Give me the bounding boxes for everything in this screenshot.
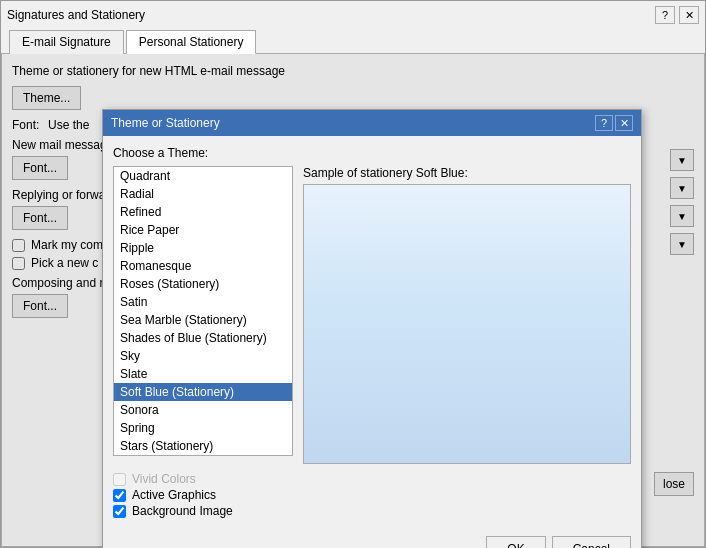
help-button[interactable]: ? bbox=[655, 6, 675, 24]
outer-window: Signatures and Stationery ? ✕ E-mail Sig… bbox=[0, 0, 706, 548]
list-item[interactable]: Sky bbox=[114, 347, 292, 365]
dialog-footer: OK Cancel bbox=[103, 528, 641, 548]
tab-email-signature[interactable]: E-mail Signature bbox=[9, 30, 124, 54]
choose-theme-label: Choose a Theme: bbox=[113, 146, 631, 160]
list-item[interactable]: Radial bbox=[114, 185, 292, 203]
close-button[interactable]: ✕ bbox=[679, 6, 699, 24]
dialog-help-button[interactable]: ? bbox=[595, 115, 613, 131]
vivid-colors-checkbox[interactable] bbox=[113, 473, 126, 486]
list-item[interactable]: Rice Paper bbox=[114, 221, 292, 239]
dialog-overlay: Theme or Stationery ? ✕ Choose a Theme: … bbox=[2, 54, 704, 546]
list-item[interactable]: Roses (Stationery) bbox=[114, 275, 292, 293]
tab-personal-stationery[interactable]: Personal Stationery bbox=[126, 30, 257, 54]
list-item[interactable]: Quadrant bbox=[114, 167, 292, 185]
active-graphics-checkbox[interactable] bbox=[113, 489, 126, 502]
background-image-label: Background Image bbox=[132, 504, 233, 518]
titlebar-buttons: ? ✕ bbox=[655, 6, 699, 24]
theme-list[interactable]: Orange Circles (Stationery)PapyrusPaw Pr… bbox=[113, 166, 293, 456]
sample-area: Sample of stationery Soft Blue: bbox=[303, 166, 631, 464]
sample-label: Sample of stationery Soft Blue: bbox=[303, 166, 631, 180]
theme-stationery-dialog: Theme or Stationery ? ✕ Choose a Theme: … bbox=[102, 109, 642, 548]
list-item[interactable]: Sonora bbox=[114, 401, 292, 419]
active-graphics-row: Active Graphics bbox=[113, 488, 631, 502]
main-content-area: Theme or stationery for new HTML e-mail … bbox=[1, 54, 705, 547]
vivid-colors-label: Vivid Colors bbox=[132, 472, 196, 486]
dialog-titlebar-buttons: ? ✕ bbox=[595, 115, 633, 131]
list-item[interactable]: Refined bbox=[114, 203, 292, 221]
tabs-bar: E-mail Signature Personal Stationery bbox=[1, 29, 705, 54]
sample-preview bbox=[303, 184, 631, 464]
ok-button[interactable]: OK bbox=[486, 536, 545, 548]
dialog-title: Theme or Stationery bbox=[111, 116, 220, 130]
list-item[interactable]: Shades of Blue (Stationery) bbox=[114, 329, 292, 347]
window-titlebar: Signatures and Stationery ? ✕ bbox=[1, 1, 705, 29]
list-item[interactable]: Satin bbox=[114, 293, 292, 311]
dialog-body: Choose a Theme: Orange Circles (Statione… bbox=[103, 136, 641, 528]
dialog-titlebar: Theme or Stationery ? ✕ bbox=[103, 110, 641, 136]
background-image-checkbox[interactable] bbox=[113, 505, 126, 518]
list-item[interactable]: Slate bbox=[114, 365, 292, 383]
list-item[interactable]: Soft Blue (Stationery) bbox=[114, 383, 292, 401]
active-graphics-label: Active Graphics bbox=[132, 488, 216, 502]
list-item[interactable]: Romanesque bbox=[114, 257, 292, 275]
list-item[interactable]: Stars (Stationery) bbox=[114, 437, 292, 455]
background-image-row: Background Image bbox=[113, 504, 631, 518]
window-title: Signatures and Stationery bbox=[7, 8, 145, 22]
dialog-close-button[interactable]: ✕ bbox=[615, 115, 633, 131]
vivid-colors-row: Vivid Colors bbox=[113, 472, 631, 486]
cancel-button[interactable]: Cancel bbox=[552, 536, 631, 548]
list-item[interactable]: Ripple bbox=[114, 239, 292, 257]
dialog-columns: Orange Circles (Stationery)PapyrusPaw Pr… bbox=[113, 166, 631, 464]
list-item[interactable]: Spring bbox=[114, 419, 292, 437]
list-item[interactable]: Sea Marble (Stationery) bbox=[114, 311, 292, 329]
dialog-checkboxes: Vivid Colors Active Graphics Background … bbox=[113, 472, 631, 518]
